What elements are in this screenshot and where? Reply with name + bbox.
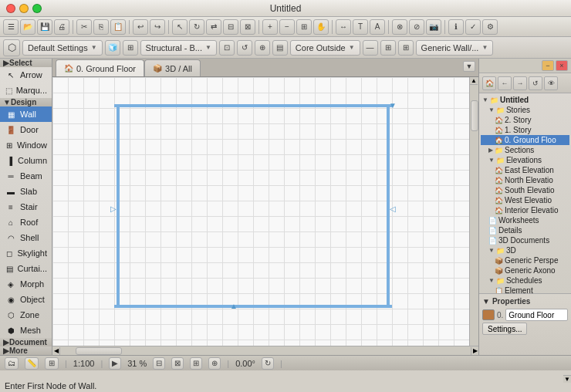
sidebar-item-mesh[interactable]: ⬢ Mesh — [0, 323, 52, 338]
tab-3d-all[interactable]: 📦 3D / All — [144, 59, 201, 76]
horizontal-scrollbar[interactable]: ◀ ▶ — [52, 346, 478, 355]
sidebar-item-slab[interactable]: ▬ Slab — [0, 184, 52, 199]
sidebar-item-arrow[interactable]: ↖ Arrow — [0, 67, 52, 83]
tree-item-1story[interactable]: 🏠 1. Story — [481, 125, 569, 135]
tree-item-interior-elev[interactable]: 🏠 Interior Elevatio — [481, 205, 569, 215]
tree-item-details[interactable]: 📄 Details — [481, 225, 569, 235]
rotate-button[interactable]: ↻ — [189, 19, 204, 35]
check-button[interactable]: ✓ — [465, 19, 481, 35]
offset-button[interactable]: ⊟ — [223, 19, 238, 35]
generic-wall-dropdown[interactable]: Generic Wall/... ▼ — [416, 40, 494, 56]
tree-item-2story[interactable]: 🏠 2. Story — [481, 115, 569, 125]
camera-button[interactable]: 📷 — [426, 19, 441, 35]
sidebar-item-beam[interactable]: ═ Beam — [0, 168, 52, 184]
curve-tool-icon[interactable]: ↺ — [237, 40, 252, 56]
sidebar-item-skylight[interactable]: ◻ Skylight — [0, 245, 52, 261]
zoom-in-button[interactable]: + — [262, 19, 278, 35]
zoom-custom-button[interactable]: ⊕ — [208, 357, 221, 370]
sidebar-item-marquee[interactable]: ⬚ Marqu... — [0, 83, 52, 98]
sidebar-item-roof[interactable]: ⌂ Roof — [0, 215, 52, 230]
save-button[interactable]: 💾 — [37, 19, 52, 35]
zoom-minus-status-button[interactable]: ⊟ — [153, 357, 165, 370]
grid-icon[interactable]: ▤ — [272, 40, 288, 56]
rp-close-button[interactable]: × — [556, 60, 568, 71]
dimension-button[interactable]: ↔ — [336, 19, 351, 35]
rp-collapse-button[interactable]: − — [542, 60, 554, 71]
tree-item-stories[interactable]: ▼ 📁 Stories — [481, 105, 569, 115]
sidebar-design-section[interactable]: ▼ Design — [0, 98, 52, 106]
zoom-fit-status-button[interactable]: ⊠ — [171, 357, 184, 370]
snap-icon[interactable]: ⊕ — [255, 40, 270, 56]
tree-item-untitled[interactable]: ▼ 📁 Untitled — [481, 95, 569, 105]
scroll-up-button[interactable]: ▲ — [470, 77, 478, 85]
sidebar-select-section[interactable]: ▶ Select — [0, 59, 52, 67]
filter-icon[interactable]: ⊡ — [219, 40, 235, 56]
settings-button[interactable]: Settings... — [482, 323, 527, 335]
elevation-button[interactable]: ⊘ — [409, 19, 424, 35]
sidebar-item-zone[interactable]: ⬡ Zone — [0, 307, 52, 323]
structural-dropdown[interactable]: Structural - B... ▼ — [140, 40, 217, 56]
copy-button[interactable]: ⎘ — [93, 19, 109, 35]
trim-button[interactable]: ⊠ — [240, 19, 255, 35]
sidebar-item-morph[interactable]: ◈ Morph — [0, 276, 52, 292]
minimize-button[interactable] — [19, 4, 29, 13]
status-icon2[interactable]: 📏 — [25, 357, 39, 370]
maximize-button[interactable] — [32, 4, 42, 13]
settings-icon[interactable]: ⚙ — [482, 19, 498, 35]
pan-button[interactable]: ✋ — [313, 19, 329, 35]
rp-home-icon[interactable]: 🏠 — [482, 76, 496, 90]
mirror-button[interactable]: ⇄ — [206, 19, 221, 35]
zoom-fit-button[interactable]: ⊞ — [296, 19, 312, 35]
sidebar-item-stair[interactable]: ≡ Stair — [0, 199, 52, 215]
default-settings-dropdown[interactable]: Default Settings ▼ — [22, 40, 103, 56]
tree-item-element[interactable]: 📋 Element — [481, 286, 569, 293]
zoom-in-status-button[interactable]: ▶ — [109, 357, 121, 370]
label-button[interactable]: A — [370, 19, 385, 35]
tree-item-persp[interactable]: 📦 Generic Perspe — [481, 255, 569, 265]
3d-view-icon[interactable]: ⬡ — [3, 39, 20, 56]
sidebar-item-window[interactable]: ⊞ Window — [0, 137, 52, 153]
sidebar-item-object[interactable]: ◉ Object — [0, 292, 52, 307]
tree-item-3d-docs[interactable]: 📄 3D Documents — [481, 235, 569, 245]
view-3d-icon[interactable]: 🧊 — [105, 40, 120, 56]
tree-item-north-elev[interactable]: 🏠 North Elevatio — [481, 175, 569, 185]
new-button[interactable]: ☰ — [3, 19, 19, 35]
tab-menu-button[interactable]: ▼ — [463, 61, 475, 72]
tree-item-west-elev[interactable]: 🏠 West Elevatio — [481, 195, 569, 205]
scroll-thumb-h[interactable] — [76, 347, 122, 355]
rp-view-icon[interactable]: 👁 — [544, 76, 558, 90]
redo-button[interactable]: ↪ — [150, 19, 165, 35]
view-type-icon[interactable]: ⊞ — [123, 40, 138, 56]
zoom-out-button[interactable]: − — [279, 19, 295, 35]
tree-item-ground-floor[interactable]: 🏠 0. Ground Floo — [481, 135, 569, 145]
tree-item-elevations[interactable]: ▼ 📁 Elevations — [481, 155, 569, 165]
wall-ref-icon[interactable]: — — [363, 40, 378, 56]
sidebar-item-shell[interactable]: ◠ Shell — [0, 230, 52, 245]
text-button[interactable]: T — [353, 19, 368, 35]
rp-back-icon[interactable]: ← — [498, 76, 512, 90]
sidebar-more-section[interactable]: ▶ More — [0, 346, 52, 355]
wall-end-icon[interactable]: ⊞ — [398, 40, 414, 56]
tree-item-3d[interactable]: ▼ 📁 3D — [481, 245, 569, 255]
core-outside-dropdown[interactable]: Core Outside ▼ — [290, 40, 360, 56]
info-button[interactable]: ℹ — [448, 19, 464, 35]
scroll-left-button[interactable]: ◀ — [52, 347, 60, 355]
select-button[interactable]: ↖ — [172, 19, 188, 35]
close-button[interactable] — [6, 4, 15, 13]
paste-button[interactable]: 📋 — [110, 19, 126, 35]
window-controls[interactable] — [6, 4, 42, 13]
rp-forward-icon[interactable]: → — [513, 76, 527, 90]
open-button[interactable]: 📂 — [20, 19, 35, 35]
cut-button[interactable]: ✂ — [76, 19, 92, 35]
sidebar-item-wall[interactable]: ▦ Wall — [0, 106, 52, 122]
scroll-right-button[interactable]: ▶ — [471, 347, 478, 355]
sidebar-item-curtain[interactable]: ▤ Curtai... — [0, 261, 52, 276]
rp-refresh-icon[interactable]: ↺ — [529, 76, 542, 90]
tree-item-schedules[interactable]: ▼ 📁 Schedules — [481, 275, 569, 286]
chain-icon[interactable]: ⊞ — [380, 40, 396, 56]
tree-item-east-elev[interactable]: 🏠 East Elevation — [481, 165, 569, 175]
tree-item-south-elev[interactable]: 🏠 South Elevatio — [481, 185, 569, 195]
status-icon1[interactable]: 🗂 — [5, 357, 19, 370]
tree-item-sections[interactable]: ▶ 📁 Sections — [481, 145, 569, 155]
tab-ground-floor[interactable]: 🏠 0. Ground Floor — [56, 59, 144, 76]
